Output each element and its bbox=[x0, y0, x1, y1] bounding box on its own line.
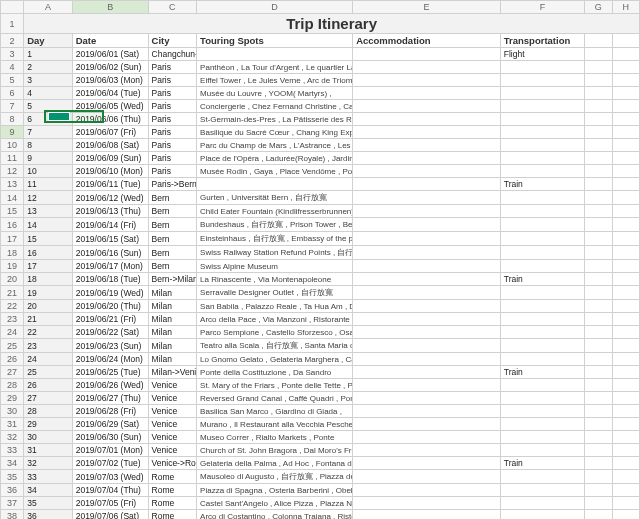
row-header-12[interactable]: 12 bbox=[1, 165, 24, 178]
cell-trans[interactable] bbox=[500, 431, 584, 444]
cell-accom[interactable] bbox=[353, 246, 501, 260]
cell-date[interactable]: 2019/06/02 (Sun) bbox=[72, 61, 148, 74]
cell-date[interactable]: 2019/06/03 (Mon) bbox=[72, 74, 148, 87]
cell-empty[interactable] bbox=[585, 444, 612, 457]
row-header-20[interactable]: 20 bbox=[1, 273, 24, 286]
cell-accom[interactable] bbox=[353, 379, 501, 392]
cell-date[interactable]: 2019/06/01 (Sat) bbox=[72, 48, 148, 61]
cell-spots[interactable]: Serravalle Designer Outlet , 自行放寬 bbox=[197, 286, 353, 300]
cell-accom[interactable] bbox=[353, 484, 501, 497]
cell-empty[interactable] bbox=[612, 379, 640, 392]
cell-empty[interactable] bbox=[585, 178, 612, 191]
cell-day[interactable]: 22 bbox=[24, 326, 73, 339]
cell-city[interactable]: Milan bbox=[148, 339, 197, 353]
cell-empty[interactable] bbox=[585, 457, 612, 470]
cell-accom[interactable] bbox=[353, 286, 501, 300]
row-header-10[interactable]: 10 bbox=[1, 139, 24, 152]
cell-accom[interactable] bbox=[353, 178, 501, 191]
cell-empty[interactable] bbox=[585, 313, 612, 326]
cell-date[interactable]: 2019/06/24 (Mon) bbox=[72, 353, 148, 366]
cell-trans[interactable] bbox=[500, 232, 584, 246]
cell-spots[interactable]: Einsteinhaus , 自行放寬 , Embassy of the peo… bbox=[197, 232, 353, 246]
table-row[interactable]: 17 15 2019/06/15 (Sat) Bern Einsteinhaus… bbox=[1, 232, 640, 246]
row-header-8[interactable]: 8 bbox=[1, 113, 24, 126]
cell-trans[interactable] bbox=[500, 313, 584, 326]
cell-date[interactable]: 2019/06/30 (Sun) bbox=[72, 431, 148, 444]
cell-empty[interactable] bbox=[585, 74, 612, 87]
cell-empty[interactable] bbox=[612, 444, 640, 457]
cell-spots[interactable]: La Rinascente , Via Montenapoleone bbox=[197, 273, 353, 286]
cell-empty[interactable] bbox=[612, 339, 640, 353]
table-row[interactable]: 23 21 2019/06/21 (Fri) Milan Arco della … bbox=[1, 313, 640, 326]
cell-day[interactable]: 27 bbox=[24, 392, 73, 405]
cell-empty[interactable] bbox=[612, 126, 640, 139]
cell-day[interactable]: 15 bbox=[24, 232, 73, 246]
table-row[interactable]: 16 14 2019/06/14 (Fri) Bern Bundeshaus ,… bbox=[1, 218, 640, 232]
row-header-31[interactable]: 31 bbox=[1, 418, 24, 431]
cell-city[interactable]: Paris bbox=[148, 74, 197, 87]
cell-date[interactable]: 2019/06/17 (Mon) bbox=[72, 260, 148, 273]
header-day[interactable]: Day bbox=[24, 34, 73, 48]
cell-accom[interactable] bbox=[353, 339, 501, 353]
cell-empty[interactable] bbox=[585, 484, 612, 497]
cell-city[interactable]: Bern bbox=[148, 191, 197, 205]
row-header-29[interactable]: 29 bbox=[1, 392, 24, 405]
cell-empty[interactable] bbox=[585, 218, 612, 232]
cell-spots[interactable]: Arco di Costantino , Colonna Traiana , R… bbox=[197, 510, 353, 520]
table-row[interactable]: 18 16 2019/06/16 (Sun) Bern Swiss Railwa… bbox=[1, 246, 640, 260]
cell-empty[interactable] bbox=[585, 366, 612, 379]
cell-empty[interactable] bbox=[612, 246, 640, 260]
cell-empty[interactable] bbox=[585, 273, 612, 286]
cell-date[interactable]: 2019/07/06 (Sat) bbox=[72, 510, 148, 520]
cell-city[interactable]: Bern bbox=[148, 218, 197, 232]
cell-empty[interactable] bbox=[585, 139, 612, 152]
cell-empty[interactable] bbox=[612, 353, 640, 366]
cell-accom[interactable] bbox=[353, 418, 501, 431]
cell-trans[interactable] bbox=[500, 218, 584, 232]
table-row[interactable]: 32 30 2019/06/30 (Sun) Venice Museo Corr… bbox=[1, 431, 640, 444]
cell-trans[interactable]: Train bbox=[500, 273, 584, 286]
cell-date[interactable]: 2019/07/01 (Mon) bbox=[72, 444, 148, 457]
cell-day[interactable]: 17 bbox=[24, 260, 73, 273]
cell-empty[interactable] bbox=[585, 405, 612, 418]
row-header-1[interactable]: 1 bbox=[1, 14, 24, 34]
cell-trans[interactable] bbox=[500, 113, 584, 126]
cell-accom[interactable] bbox=[353, 152, 501, 165]
cell-spots[interactable]: Musée du Louvre , YOOM( Martyrs) , bbox=[197, 87, 353, 100]
cell-city[interactable]: Bern bbox=[148, 232, 197, 246]
cell-trans[interactable] bbox=[500, 326, 584, 339]
row-header-24[interactable]: 24 bbox=[1, 326, 24, 339]
row-header-35[interactable]: 35 bbox=[1, 470, 24, 484]
cell-date[interactable]: 2019/06/11 (Tue) bbox=[72, 178, 148, 191]
cell-day[interactable]: 9 bbox=[24, 152, 73, 165]
cell-date[interactable]: 2019/07/04 (Thu) bbox=[72, 484, 148, 497]
cell-spots[interactable]: Reversed Grand Canal , Caffè Quadri , Po… bbox=[197, 392, 353, 405]
cell-accom[interactable] bbox=[353, 273, 501, 286]
table-row[interactable]: 12 10 2019/06/10 (Mon) Paris Musée Rodin… bbox=[1, 165, 640, 178]
header-date[interactable]: Date bbox=[72, 34, 148, 48]
corner-cell[interactable] bbox=[1, 1, 24, 14]
cell-day[interactable]: 16 bbox=[24, 246, 73, 260]
cell-trans[interactable] bbox=[500, 418, 584, 431]
cell-city[interactable]: Rome bbox=[148, 497, 197, 510]
cell-spots[interactable]: Swiss Alpine Museum bbox=[197, 260, 353, 273]
cell-spots[interactable]: Conciergerie , Chez Fernand Christine , … bbox=[197, 100, 353, 113]
cell-date[interactable]: 2019/06/13 (Thu) bbox=[72, 205, 148, 218]
row-header-23[interactable]: 23 bbox=[1, 313, 24, 326]
cell-city[interactable]: Bern bbox=[148, 205, 197, 218]
cell-empty[interactable] bbox=[585, 300, 612, 313]
cell-city[interactable]: Paris bbox=[148, 152, 197, 165]
cell-empty[interactable] bbox=[612, 470, 640, 484]
cell-trans[interactable] bbox=[500, 87, 584, 100]
cell-empty[interactable] bbox=[585, 392, 612, 405]
column-header-row[interactable]: A B C D E F G H bbox=[1, 1, 640, 14]
cell-spots[interactable]: Mausoleo di Augusto , 自行放寬 , Piazza del bbox=[197, 470, 353, 484]
cell-city[interactable]: Bern->Milan bbox=[148, 273, 197, 286]
cell-empty[interactable] bbox=[612, 205, 640, 218]
row-header-16[interactable]: 16 bbox=[1, 218, 24, 232]
cell-day[interactable]: 34 bbox=[24, 484, 73, 497]
cell-day[interactable]: 10 bbox=[24, 165, 73, 178]
cell-accom[interactable] bbox=[353, 366, 501, 379]
cell-empty[interactable] bbox=[585, 87, 612, 100]
cell-date[interactable]: 2019/07/03 (Wed) bbox=[72, 470, 148, 484]
